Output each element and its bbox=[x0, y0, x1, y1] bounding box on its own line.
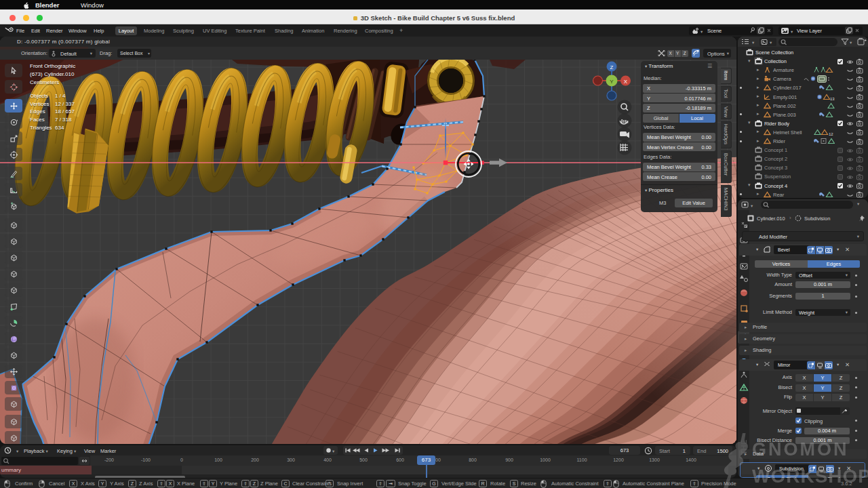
svg-text:▾: ▾ bbox=[770, 40, 772, 45]
svg-text:▾: ▾ bbox=[791, 29, 793, 34]
svg-text:THE: THE bbox=[740, 440, 748, 455]
svg-text:Z: Z bbox=[610, 64, 614, 70]
svg-text:▾: ▾ bbox=[701, 28, 703, 33]
svg-text:GNOMON: GNOMON bbox=[752, 439, 849, 460]
svg-text:▾: ▾ bbox=[16, 449, 19, 453]
svg-text:12: 12 bbox=[829, 132, 833, 136]
svg-text:▾: ▾ bbox=[850, 40, 852, 45]
svg-text:▾: ▾ bbox=[752, 40, 755, 45]
svg-text:Y: Y bbox=[610, 79, 614, 85]
svg-text:X: X bbox=[624, 79, 628, 85]
svg-text:WORKSHOP: WORKSHOP bbox=[752, 466, 868, 487]
svg-text:▾: ▾ bbox=[751, 203, 753, 208]
svg-text:▾: ▾ bbox=[332, 449, 335, 453]
svg-text:13: 13 bbox=[830, 97, 835, 101]
